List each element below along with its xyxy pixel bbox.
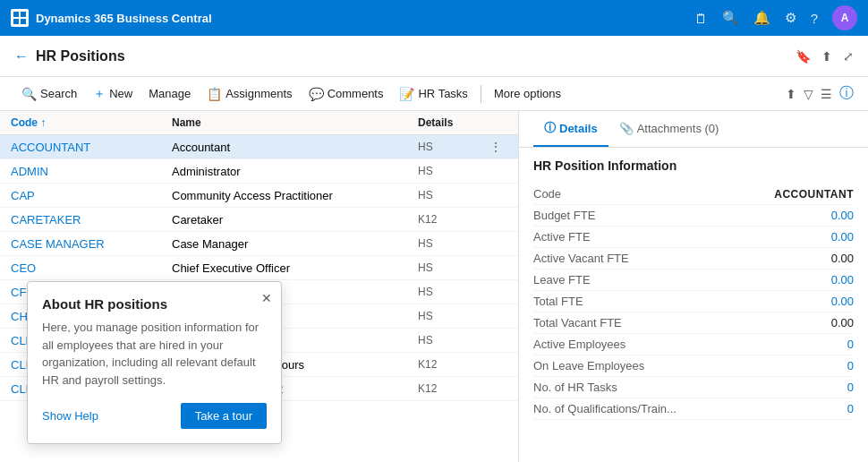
field-label: On Leave Employees — [533, 359, 644, 372]
comments-button[interactable]: 💬 Comments — [302, 83, 391, 105]
hr-tasks-icon: 📝 — [399, 87, 414, 101]
columns-icon[interactable]: ☰ — [821, 87, 832, 101]
col-actions — [489, 116, 507, 129]
row-detail: K12 — [418, 358, 489, 371]
row-name: Accountant — [172, 141, 418, 154]
field-value[interactable]: 0.00 — [831, 230, 854, 244]
row-code[interactable]: ADMIN — [11, 165, 172, 178]
help-icon[interactable]: ? — [811, 11, 818, 26]
field-value[interactable]: 0.00 — [831, 209, 854, 222]
code-link[interactable]: ACCOUNTANT — [11, 141, 90, 154]
detail-field-row: Active Employees 0 — [533, 334, 854, 355]
field-label: Total Vacant FTE — [533, 316, 622, 329]
row-code[interactable]: CAP — [11, 189, 172, 202]
tab-icon: ⓘ — [544, 120, 556, 136]
row-code[interactable]: CARETAKER — [11, 213, 172, 227]
list-row[interactable]: ACCOUNTANT Accountant HS ⋮ — [0, 135, 518, 159]
popup: ✕ About HR positions Here, you manage po… — [27, 281, 282, 444]
page-header: ← HR Positions 🔖 ⬆ ⤢ — [0, 36, 868, 77]
field-value[interactable]: 0 — [847, 381, 854, 394]
detail-field-row: Budget FTE 0.00 — [533, 205, 854, 227]
share-icon[interactable]: ⬆ — [821, 49, 832, 64]
app-logo: Dynamics 365 Business Central — [11, 9, 694, 27]
field-value[interactable]: 0 — [847, 402, 854, 415]
field-label: Leave FTE — [533, 273, 591, 287]
svg-rect-1 — [21, 12, 26, 17]
more-options-button[interactable]: More options — [487, 83, 568, 104]
field-value[interactable]: 0.00 — [831, 273, 854, 287]
code-link[interactable]: ADMIN — [11, 165, 48, 178]
popup-title: About HR positions — [42, 296, 267, 312]
row-code[interactable]: ACCOUNTANT — [11, 141, 172, 154]
list-row[interactable]: ADMIN Administrator HS ⋮ — [0, 159, 518, 184]
row-detail: K12 — [418, 213, 489, 226]
svg-rect-2 — [13, 19, 19, 24]
field-value: 0.00 — [831, 316, 854, 329]
settings-icon[interactable]: ⚙ — [785, 10, 796, 26]
assignments-button[interactable]: 📋 Assignments — [200, 83, 299, 105]
show-help-link[interactable]: Show Help — [42, 409, 98, 423]
field-value[interactable]: 0.00 — [831, 295, 854, 308]
field-value[interactable]: 0 — [847, 338, 854, 351]
row-detail: HS — [418, 237, 489, 250]
code-link[interactable]: CEO — [11, 261, 36, 275]
detail-tab[interactable]: 📎 Attachments (0) — [608, 111, 730, 147]
detail-field-row: No. of HR Tasks 0 — [533, 377, 854, 398]
bookmark-icon[interactable]: 🔖 — [796, 49, 811, 64]
list-row[interactable]: CASE MANAGER Case Manager HS ⋮ — [0, 232, 518, 256]
row-detail: HS — [418, 334, 489, 346]
plus-icon: ＋ — [93, 86, 106, 102]
search-icon[interactable]: 🔍 — [722, 10, 739, 26]
svg-rect-0 — [13, 12, 19, 17]
detail-field-row: Total Vacant FTE 0.00 — [533, 312, 854, 334]
detail-field-row: Total FTE 0.00 — [533, 291, 854, 312]
row-detail: K12 — [418, 382, 489, 395]
detail-field-row: Leave FTE 0.00 — [533, 270, 854, 291]
detail-tabs: ⓘ Details📎 Attachments (0) — [519, 111, 868, 148]
list-row[interactable]: CARETAKER Caretaker K12 ⋮ — [0, 208, 518, 232]
filter-icon[interactable]: ▽ — [804, 87, 813, 101]
row-code[interactable]: CEO — [11, 261, 172, 275]
row-menu-button[interactable]: ⋮ — [489, 140, 507, 154]
logo-icon — [11, 9, 29, 27]
search-button[interactable]: 🔍 Search — [14, 83, 84, 105]
row-code[interactable]: CASE MANAGER — [11, 237, 172, 251]
list-row[interactable]: CEO Chief Executive Officer HS ⋮ — [0, 256, 518, 280]
take-tour-button[interactable]: Take a tour — [181, 403, 267, 429]
row-name: Community Access Practitioner — [172, 189, 418, 202]
detail-field-row: Code ACCOUNTANT — [533, 184, 854, 205]
detail-fields: Code ACCOUNTANT Budget FTE 0.00 Active F… — [533, 184, 854, 420]
svg-rect-3 — [21, 19, 26, 24]
detail-tab[interactable]: ⓘ Details — [533, 111, 608, 147]
new-button[interactable]: ＋ New — [86, 82, 140, 106]
code-link[interactable]: CASE MANAGER — [11, 237, 105, 251]
code-link[interactable]: CARETAKER — [11, 213, 81, 227]
row-detail: HS — [418, 165, 489, 177]
back-button[interactable]: ← — [14, 48, 29, 64]
expand-icon[interactable]: ⤢ — [843, 49, 854, 64]
share-toolbar-icon[interactable]: ⬆ — [786, 87, 796, 101]
manage-button[interactable]: Manage — [141, 83, 198, 104]
bell-icon[interactable]: 🔔 — [753, 10, 770, 26]
info-icon[interactable]: ⓘ — [839, 84, 854, 103]
hr-tasks-button[interactable]: 📝 HR Tasks — [392, 83, 474, 105]
field-label: Active Vacant FTE — [533, 252, 629, 265]
field-label: Active FTE — [533, 230, 591, 244]
user-avatar[interactable]: A — [832, 5, 857, 30]
detail-field-row: On Leave Employees 0 — [533, 355, 854, 377]
row-name: Case Manager — [172, 237, 418, 251]
field-value[interactable]: 0 — [847, 359, 854, 372]
row-detail: HS — [418, 189, 489, 201]
detail-field-row: Active FTE 0.00 — [533, 227, 854, 248]
document-icon[interactable]: 🗒 — [694, 11, 708, 26]
detail-field-row: No. of Qualifications/Train... 0 — [533, 398, 854, 420]
field-label: Total FTE — [533, 295, 583, 308]
field-label: No. of Qualifications/Train... — [533, 402, 677, 415]
code-link[interactable]: CAP — [11, 189, 35, 202]
row-detail: HS — [418, 261, 489, 274]
popup-close-button[interactable]: ✕ — [261, 291, 272, 305]
list-row[interactable]: CAP Community Access Practitioner HS ⋮ — [0, 184, 518, 208]
detail-section-title: HR Position Information — [533, 158, 854, 173]
col-code: Code ↑ — [11, 116, 172, 129]
page-header-actions: 🔖 ⬆ ⤢ — [796, 49, 854, 64]
